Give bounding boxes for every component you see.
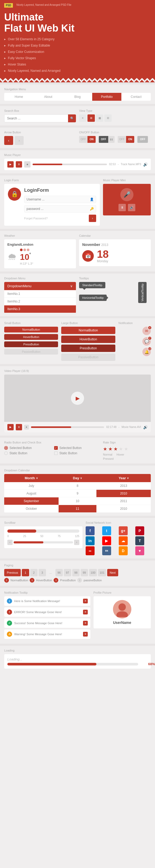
mini-pause-btn[interactable]: ⏸ [118,204,126,211]
forgot-text[interactable]: Forget Password? [24,217,47,220]
dc-month-2[interactable]: September [4,497,59,505]
social-vk-icon[interactable]: вк [102,546,111,555]
nt-close-1[interactable]: ✕ [83,610,88,614]
social-soundcloud-icon[interactable]: ☁ [119,536,128,545]
dd-header[interactable]: DropdownMenu ∨ [4,282,76,290]
social-twitter-icon[interactable]: t [102,526,111,535]
password-field[interactable]: 🔑 [24,205,96,213]
toggle-1[interactable]: OFF ON [79,136,95,143]
dc-month-3[interactable]: October [4,505,59,513]
small-press-btn[interactable]: PressButton [4,341,58,347]
dd-item-1[interactable]: ItemNo.1 [4,290,76,298]
arrow-left-btn[interactable]: ‹ [4,136,13,145]
volume-icon[interactable]: 🔊 [143,162,148,166]
nav-item-portfolio[interactable]: Portfolio [92,93,122,101]
view-btn-table[interactable]: ⊟ [104,115,112,122]
paging-next-btn[interactable]: Next [107,569,118,576]
nav-item-blog[interactable]: Blog [63,93,92,101]
paging-prev-btn[interactable]: Previous [4,569,21,576]
page-btn-96[interactable]: 96 [55,569,63,576]
toggle-4[interactable]: OFF [138,136,148,143]
nt-close-3[interactable]: ✕ [83,632,88,637]
small-normal-btn[interactable]: NormalButton [4,327,58,333]
nav-item-contact[interactable]: Contact [121,93,151,101]
page-btn-98[interactable]: 98 [72,569,80,576]
login-label: Login Form [4,179,100,182]
dc-year-3[interactable]: 2010 [96,505,151,513]
large-press-btn[interactable]: PressButton [61,345,115,352]
dd-item-3[interactable]: ItemNo.3 [4,305,76,313]
dc-year-0[interactable]: 2013 [96,482,151,490]
large-normal-btn[interactable]: NormalButton [61,327,115,334]
dc-month-0[interactable]: July [4,482,59,490]
dc-year-header[interactable]: Year ∨ [97,474,151,482]
scroll-track-2[interactable] [14,541,73,544]
lock-field-icon: 🔑 [90,207,94,211]
small-hover-btn[interactable]: HoverButton [4,334,58,340]
video-progress[interactable] [31,426,104,428]
stop-btn[interactable]: ■ [24,161,31,167]
login-go-btn[interactable]: › [89,215,96,222]
radio-selected-1[interactable] [4,446,8,450]
social-facebook-icon[interactable]: f [86,526,94,535]
nt-close-0[interactable]: ✕ [83,599,88,603]
nav-item-home[interactable]: Home [4,93,34,101]
search-button[interactable]: 🔍 [68,115,76,122]
video-screen: ▶ [4,375,151,422]
notif-tooltip-list: i Here is Some Notification Message! ✕ !… [4,596,90,639]
view-btn-cols[interactable]: ▦ [96,115,103,122]
toggle-2[interactable]: OFF ▮▮ [99,136,115,143]
video-stop[interactable]: ■ [24,425,29,430]
dc-day-3[interactable]: 11 [59,505,97,513]
username-input[interactable] [27,197,90,201]
social-dribbble-icon[interactable]: ♥ [135,546,144,555]
dc-day-2[interactable]: 10 [59,497,97,505]
dc-month-header[interactable]: Month ∨ [4,474,58,482]
page-btn-100[interactable]: 100 [89,569,97,576]
nt-close-2[interactable]: ✕ [83,621,88,625]
page-btn-97[interactable]: 97 [64,569,71,576]
social-googleplus-icon[interactable]: g+ [119,526,128,535]
page-btn-99[interactable]: 99 [81,569,88,576]
scroll-left-btn[interactable]: ‹ [7,540,13,545]
checkbox-static-1[interactable] [54,452,58,455]
arrow-right-btn[interactable]: › [15,136,24,145]
dd-item-2[interactable]: ItemNo.2 [4,298,76,305]
dc-day-1[interactable]: 9 [59,490,97,497]
play-btn[interactable]: ▶ [7,161,14,167]
search-input[interactable] [4,115,76,122]
social-pinterest-icon[interactable]: P [135,526,144,535]
nav-item-about[interactable]: About [34,93,63,101]
dc-month-1[interactable]: August [4,490,59,497]
toggle-3[interactable]: OFF ON [118,136,134,143]
social-digg-icon[interactable]: D [119,546,128,555]
radio-static-1[interactable] [4,452,8,455]
page-btn-2[interactable]: 2 [30,569,38,576]
video-play[interactable]: ▶ [7,424,14,430]
mini-volume-btn[interactable]: 🔊 [128,204,135,211]
dc-year-1[interactable]: 2010 [96,490,151,497]
view-btn-list[interactable]: ≡ [79,115,86,122]
scrollbar-track-1[interactable] [7,529,79,533]
scroll-right-btn[interactable]: › [74,540,79,545]
video-volume-icon[interactable]: 🔊 [143,425,148,429]
view-btn-grid[interactable]: ⊞ [87,115,95,122]
page-btn-1[interactable]: 1 [22,569,29,576]
music-progress[interactable] [33,164,107,165]
dc-day-0[interactable]: 8 [59,482,97,490]
dc-year-2[interactable]: 2011 [96,497,151,505]
social-lastfm-icon[interactable]: ∞ [86,546,94,555]
pause-btn[interactable]: ⏸ [16,161,22,167]
video-play-btn[interactable]: ▶ [71,392,84,405]
page-btn-3[interactable]: 3 [39,569,46,576]
social-tumblr-icon[interactable]: T [135,536,144,545]
password-input[interactable] [27,207,90,211]
social-youtube-icon[interactable]: ▶ [102,536,111,545]
username-field[interactable]: 👤 [24,196,96,203]
social-linkedin-icon[interactable]: in [86,536,94,545]
large-hover-btn[interactable]: HoverButton [61,336,115,343]
video-pause[interactable]: ⏸ [16,424,22,430]
checkbox-selected-1[interactable]: ✓ [54,446,58,450]
dc-day-header[interactable]: Day ∨ [58,474,97,482]
page-btn-101[interactable]: 101 [98,569,106,576]
